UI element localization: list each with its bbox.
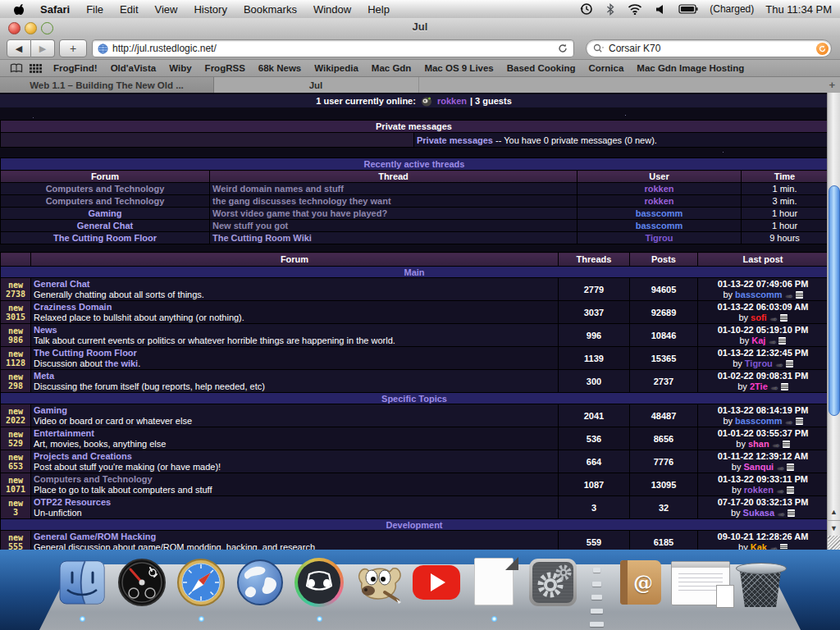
address-book-icon[interactable]: @ (614, 556, 667, 609)
forum-link[interactable]: General Chat (34, 279, 89, 289)
user-link[interactable]: rokken (644, 184, 673, 194)
window-title-bar[interactable]: Jul (0, 18, 840, 38)
last-post-user-link[interactable]: Tigrou (745, 358, 773, 368)
last-post-user-link[interactable]: Kak (751, 542, 767, 550)
volume-icon[interactable] (655, 4, 665, 15)
address-bar[interactable]: http://jul.rustedlogic.net/ (92, 39, 574, 57)
new-posts-badge[interactable]: new298 (1, 370, 31, 393)
menu-item[interactable]: Edit (112, 0, 146, 18)
new-posts-badge[interactable]: new2022 (1, 404, 31, 427)
forum-link[interactable]: Meta (34, 371, 54, 381)
user-link[interactable]: basscomm (636, 208, 682, 218)
forum-link[interactable]: General Chat (77, 221, 133, 231)
goto-last-post-icon[interactable] (786, 360, 793, 368)
last-post-user-link[interactable]: Kaj (751, 336, 765, 345)
new-posts-badge[interactable]: new3 (1, 496, 31, 519)
search-icon[interactable] (593, 43, 605, 53)
forum-link[interactable]: OTP22 Resources (34, 497, 111, 507)
new-posts-badge[interactable]: new529 (1, 427, 31, 450)
menu-item[interactable]: History (185, 0, 235, 18)
reload-icon[interactable] (558, 43, 568, 53)
last-post-user-link[interactable]: shan (748, 439, 769, 449)
trash-icon[interactable] (733, 556, 790, 609)
goto-last-post-icon[interactable] (783, 441, 790, 448)
menu-item[interactable]: Help (359, 0, 398, 18)
goto-last-post-icon[interactable] (780, 544, 788, 550)
menu-item[interactable]: File (78, 0, 112, 18)
goto-last-post-icon[interactable] (780, 314, 788, 322)
bookmark-item[interactable]: Cornica (582, 63, 630, 73)
bookmark-item[interactable]: Old'aVista (104, 63, 163, 73)
new-tab-button[interactable]: + (59, 39, 87, 57)
forum-link[interactable]: Gaming (89, 208, 122, 218)
last-post-user-link[interactable]: basscomm (735, 290, 782, 299)
new-posts-badge[interactable]: new2738 (1, 278, 31, 301)
bookmarks-book-icon[interactable] (10, 63, 23, 73)
forum-link[interactable]: Gaming (34, 405, 67, 415)
forum-link[interactable]: General Game/ROM Hacking (34, 532, 156, 541)
bookmark-item[interactable]: FrogFind! (47, 63, 104, 73)
last-post-user-link[interactable]: 2Tie (750, 381, 768, 391)
forum-link[interactable]: Entertainment (34, 428, 94, 438)
safari-icon[interactable] (175, 556, 227, 609)
user-link[interactable]: basscomm (636, 221, 682, 231)
add-tab-icon[interactable]: + (829, 77, 835, 93)
menu-clock[interactable]: Thu 11:34 PM (765, 3, 832, 16)
menu-item[interactable]: Window (305, 0, 359, 18)
scroll-up-button[interactable]: ▲ (828, 504, 840, 519)
new-posts-badge[interactable]: new3015 (1, 301, 31, 324)
search-field[interactable]: Corsair K70 (586, 39, 832, 57)
dashboard-icon[interactable] (116, 556, 168, 609)
online-user-link[interactable]: rokken (437, 96, 467, 106)
system-preferences-icon[interactable] (527, 556, 579, 609)
forward-button[interactable]: ▶ (31, 39, 55, 57)
bookmark-item[interactable]: Mac Gdn (365, 63, 418, 73)
time-machine-icon[interactable] (580, 2, 593, 16)
goto-last-post-icon[interactable] (778, 337, 786, 345)
bluetooth-icon[interactable] (606, 3, 614, 16)
window-resize-grip[interactable] (828, 536, 840, 550)
bookmark-item[interactable]: FrogRSS (199, 63, 252, 73)
last-post-user-link[interactable]: Sanqui (744, 462, 774, 472)
tab-web-1-1[interactable]: Web 1.1 – Building The New Old ... (0, 77, 214, 93)
new-posts-badge[interactable]: new1071 (1, 473, 31, 496)
thread-link[interactable]: the gang discusses technology they want (212, 196, 391, 206)
vertical-scrollbar[interactable]: ▲ ▼ (827, 93, 840, 550)
last-post-user-link[interactable]: Sukasa (743, 508, 775, 518)
scrollbar-thumb[interactable] (829, 185, 840, 416)
goto-last-post-icon[interactable] (787, 463, 794, 471)
bookmark-item[interactable]: Based Cooking (500, 63, 582, 73)
new-posts-badge[interactable]: new555 (1, 531, 31, 550)
user-link[interactable]: Tigrou (645, 233, 673, 243)
scroll-down-button[interactable]: ▼ (828, 520, 840, 536)
thread-link[interactable]: Worst video game that you have played? (212, 208, 387, 218)
thread-link[interactable]: New stuff you got (212, 221, 288, 231)
forum-link[interactable]: Computers and Technology (46, 196, 165, 206)
tab-jul[interactable]: Jul (213, 77, 419, 93)
back-button[interactable]: ◀ (7, 39, 31, 57)
forum-link[interactable]: Craziness Domain (34, 302, 112, 312)
goto-last-post-icon[interactable] (787, 486, 794, 494)
bookmark-item[interactable]: 68k News (252, 63, 308, 73)
discord-icon[interactable] (293, 556, 345, 609)
goto-last-post-icon[interactable] (796, 418, 803, 425)
new-posts-badge[interactable]: new653 (1, 450, 31, 473)
forum-link[interactable]: Computers and Technology (34, 474, 153, 484)
top-sites-grid-icon[interactable] (30, 64, 42, 73)
new-posts-badge[interactable]: new1128 (1, 347, 31, 370)
gimp-icon[interactable] (352, 556, 404, 609)
forum-link[interactable]: Computers and Technology (46, 184, 165, 194)
menu-item[interactable]: Safari (32, 0, 78, 18)
thread-link[interactable]: The Cutting Room Wiki (212, 233, 312, 243)
menu-item[interactable]: View (147, 0, 186, 18)
goto-last-post-icon[interactable] (781, 383, 788, 390)
private-messages-link[interactable]: Private messages (417, 135, 493, 145)
forum-description-link[interactable]: the wiki (105, 358, 138, 368)
bookmark-item[interactable]: Wiby (162, 63, 198, 73)
bookmark-item[interactable]: Mac Gdn Image Hosting (630, 63, 751, 73)
url-text[interactable]: http://jul.rustedlogic.net/ (112, 43, 217, 54)
finder-icon[interactable] (56, 556, 108, 609)
goto-last-post-icon[interactable] (788, 509, 795, 517)
apple-menu-icon[interactable] (0, 2, 32, 16)
web-browser-globe-icon[interactable] (234, 556, 286, 609)
